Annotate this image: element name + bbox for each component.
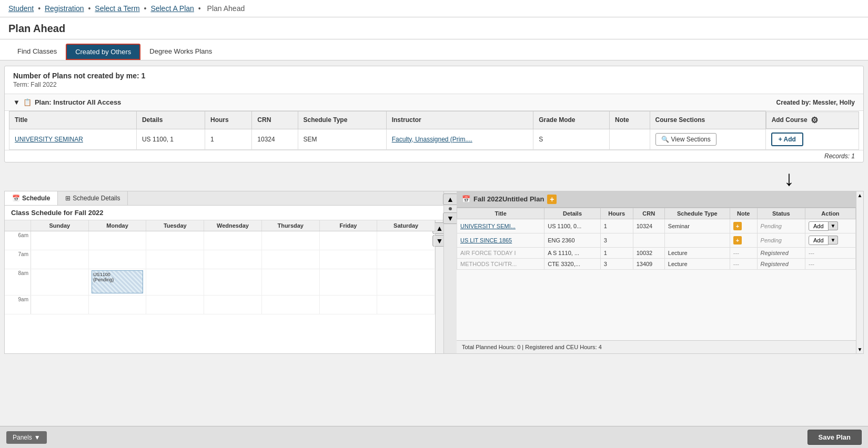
- add-plan-icon[interactable]: +: [547, 195, 557, 204]
- tab-find-classes[interactable]: Find Classes: [8, 44, 66, 60]
- plan-row-details-1: ENG 2360: [544, 233, 601, 247]
- event-sublabel: (Pending): [93, 277, 142, 282]
- cal-row-7am: 7am: [5, 250, 435, 269]
- right-scroll-up[interactable]: ▲: [857, 192, 863, 198]
- row-crn: 10324: [252, 129, 298, 149]
- thu-9am: [262, 296, 320, 314]
- plan-row-schedule-type-3: Lecture: [664, 258, 730, 269]
- plan-footer: Total Planned Hours: 0 | Registered and …: [457, 340, 856, 353]
- plan-row-note-2: ---: [730, 247, 757, 258]
- calendar-small-icon: 📅: [462, 195, 470, 203]
- breadcrumb-student[interactable]: Student: [8, 4, 34, 13]
- plan-col-note: Note: [730, 208, 757, 219]
- panel-scroll-up[interactable]: ▲: [443, 194, 458, 205]
- plan-add-chevron-0[interactable]: ▼: [829, 221, 839, 230]
- plan-row-hours-2: 1: [600, 247, 633, 258]
- tab-degree-works[interactable]: Degree Works Plans: [140, 44, 221, 60]
- collapse-icon[interactable]: ▼: [13, 98, 20, 106]
- plan-row-schedule-type-2: Lecture: [664, 247, 730, 258]
- monday-header: Monday: [89, 220, 147, 231]
- tab-bar: Find Classes Created by Others Degree Wo…: [0, 39, 868, 60]
- wednesday-header: Wednesday: [204, 220, 262, 231]
- plan-note-2: ---: [733, 250, 739, 256]
- plan-note-3: ---: [733, 261, 739, 267]
- calendar-body: 6am 7am: [5, 231, 435, 349]
- fri-8am: [320, 269, 378, 295]
- plan-row-schedule-type-1: [664, 233, 730, 247]
- sat-8am: [377, 269, 435, 295]
- plan-col-crn: CRN: [633, 208, 664, 219]
- event-label: US1100: [93, 272, 142, 277]
- panel-scroll-down[interactable]: ▼: [443, 212, 458, 224]
- plan-row-hours-1: 3: [600, 233, 633, 247]
- plan-row-details-0: US 1100, 0...: [544, 219, 601, 233]
- scroll-bar[interactable]: ▲ ▼: [435, 220, 443, 353]
- plan-course-link-0[interactable]: UNIVERSITY SEMI...: [460, 223, 516, 229]
- tab-schedule-details[interactable]: ⊞ Schedule Details: [58, 191, 128, 205]
- plan-row-hours-3: 3: [600, 258, 633, 269]
- plan-note-icon-1[interactable]: +: [733, 236, 742, 245]
- cal-event[interactable]: US1100 (Pending): [92, 270, 143, 293]
- thu-6am: [262, 231, 320, 250]
- time-6am: 6am: [5, 231, 31, 250]
- page-title: Plan Ahead: [0, 17, 868, 39]
- courses-table: Title Details Hours CRN Schedule Type In…: [9, 111, 859, 150]
- gear-icon[interactable]: ⚙: [811, 115, 818, 125]
- plan-add-chevron-1[interactable]: ▼: [829, 236, 839, 245]
- plan-table-row: US LIT SINCE 1865 ENG 2360 3 + Pending A…: [457, 233, 856, 247]
- breadcrumb-registration[interactable]: Registration: [45, 4, 84, 13]
- view-sections-button[interactable]: 🔍 View Sections: [655, 133, 716, 146]
- saturday-header: Saturday: [377, 220, 435, 231]
- sun-8am: [31, 269, 89, 295]
- time-7am: 7am: [5, 250, 31, 269]
- table-row: UNIVERSITY SEMINAR US 1100, 1 1 10324 SE…: [9, 129, 859, 149]
- row-add-course: + Add: [765, 129, 859, 149]
- plan-add-btn-0[interactable]: Add: [809, 221, 829, 231]
- mon-6am: [89, 231, 147, 250]
- instructor-link[interactable]: Faculty, Unassigned (Prim....: [392, 136, 472, 143]
- tue-6am: [146, 231, 204, 250]
- sun-6am: [31, 231, 89, 250]
- plan-row-details-3: CTE 3320,...: [544, 258, 601, 269]
- plan-panel-header: 📅 Fall 2022Untitled Plan +: [457, 191, 856, 208]
- right-scrollbar[interactable]: ▲ ▼: [856, 191, 864, 354]
- tab-created-by-others[interactable]: Created by Others: [66, 44, 140, 60]
- plan-course-link-1[interactable]: US LIT SINCE 1865: [460, 237, 512, 243]
- plan-action-none-2: ---: [809, 250, 814, 256]
- plan-col-schedule-type: Schedule Type: [664, 208, 730, 219]
- breadcrumb-select-plan[interactable]: Select A Plan: [150, 4, 194, 13]
- plan-row-action-1: Add▼: [805, 233, 855, 247]
- col-schedule-type: Schedule Type: [298, 111, 386, 129]
- plan-row-title-3: METHODS TCH/TR...: [457, 258, 544, 269]
- plan-table-container: Title Details Hours CRN Schedule Type No…: [457, 208, 856, 340]
- plans-count: Number of Plans not created by me: 1: [13, 72, 855, 80]
- plan-row-crn-0: 10324: [633, 219, 664, 233]
- records-row: Records: 1: [5, 150, 863, 162]
- breadcrumb-select-term[interactable]: Select a Term: [95, 4, 139, 13]
- breadcrumb-plan-ahead: Plan Ahead: [207, 4, 245, 13]
- right-scroll-down[interactable]: ▼: [857, 347, 863, 352]
- add-course-button[interactable]: + Add: [771, 133, 803, 146]
- course-title-link[interactable]: UNIVERSITY SEMINAR: [15, 136, 83, 143]
- thursday-header: Thursday: [262, 220, 320, 231]
- wed-8am: [204, 269, 262, 295]
- tue-7am: [146, 250, 204, 269]
- panel-nav: ▲ ▼: [444, 191, 457, 354]
- plan-row-crn-1: [633, 233, 664, 247]
- tue-9am: [146, 296, 204, 314]
- plan-name: Plan: Instructor All Access: [35, 98, 776, 106]
- plan-col-details: Details: [544, 208, 601, 219]
- plan-row-status-3: Registered: [757, 258, 805, 269]
- search-icon: 🔍: [661, 136, 669, 143]
- row-view-sections: 🔍 View Sections: [650, 129, 765, 149]
- tab-schedule[interactable]: 📅 Schedule: [5, 191, 58, 205]
- plan-note-icon-0[interactable]: +: [733, 222, 742, 230]
- plan-add-btn-1[interactable]: Add: [809, 236, 829, 245]
- schedule-panel: 📅 Schedule ⊞ Schedule Details Class Sche…: [4, 191, 444, 354]
- row-grade-mode: S: [533, 129, 610, 149]
- plan-table-row: METHODS TCH/TR... CTE 3320,... 3 13409 L…: [457, 258, 856, 269]
- breadcrumb: Student • Registration • Select a Term •…: [0, 0, 868, 17]
- mon-9am: [89, 296, 147, 314]
- plan-row-hours-0: 1: [600, 219, 633, 233]
- main-panel: Number of Plans not created by me: 1 Ter…: [4, 66, 864, 162]
